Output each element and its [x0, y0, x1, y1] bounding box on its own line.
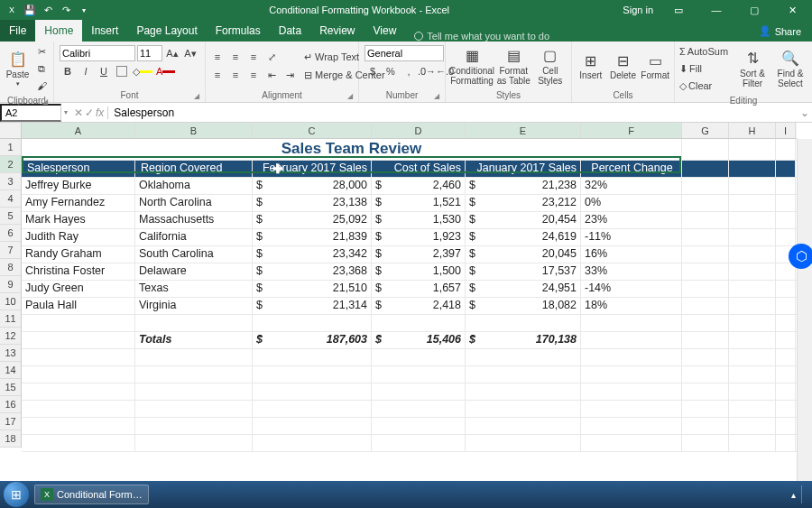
align-top-button[interactable]: ≡ [209, 49, 226, 65]
cell[interactable] [22, 418, 135, 434]
row-header[interactable]: 6 [0, 225, 21, 242]
cell[interactable] [682, 298, 729, 314]
cell[interactable]: $21,839 [253, 229, 372, 245]
font-size-select[interactable] [137, 45, 162, 61]
sort-filter-button[interactable]: ⇅Sort & Filter [734, 47, 770, 90]
cell[interactable] [135, 401, 253, 417]
column-header[interactable]: B [135, 123, 253, 138]
cell[interactable]: $170,138 [466, 332, 581, 348]
cell[interactable] [776, 139, 796, 160]
cell[interactable] [682, 263, 729, 280]
cell[interactable]: $20,045 [466, 246, 581, 263]
cell[interactable] [682, 212, 729, 228]
cell[interactable] [776, 349, 796, 365]
find-select-button[interactable]: 🔍Find & Select [772, 47, 808, 90]
expand-formula-bar-icon[interactable]: ⌄ [798, 106, 812, 119]
column-header[interactable]: D [372, 123, 466, 138]
cell[interactable] [466, 366, 581, 383]
row-header[interactable]: 5 [0, 208, 21, 225]
font-color-button[interactable]: A [155, 63, 176, 79]
cell[interactable] [22, 315, 135, 331]
minimize-button[interactable]: — [704, 5, 729, 15]
row-header[interactable]: 9 [0, 276, 21, 293]
cell[interactable]: Mark Hayes [22, 212, 135, 228]
cell[interactable]: Delaware [135, 263, 253, 280]
cell[interactable] [135, 349, 253, 365]
column-header[interactable]: G [682, 123, 729, 138]
align-right-button[interactable]: ≡ [245, 67, 262, 83]
cell[interactable]: Judith Ray [22, 229, 135, 245]
cell[interactable]: 18% [581, 298, 682, 314]
underline-button[interactable]: U [96, 63, 112, 79]
row-header[interactable]: 17 [0, 413, 21, 430]
cell[interactable] [729, 366, 776, 383]
start-button[interactable]: ⊞ [4, 482, 29, 507]
cell[interactable] [466, 349, 581, 365]
cell[interactable]: -11% [581, 229, 682, 245]
orientation-button[interactable]: ⤢ [263, 49, 280, 65]
tab-view[interactable]: View [364, 20, 406, 42]
tab-formulas[interactable]: Formulas [207, 20, 270, 42]
cell[interactable]: Amy Fernandez [22, 195, 135, 211]
copy-button[interactable]: ⧉ [33, 60, 50, 77]
cell[interactable] [776, 229, 796, 245]
accounting-format-button[interactable]: $ [364, 63, 381, 79]
cell[interactable]: $2,460 [372, 178, 466, 194]
cell[interactable] [372, 435, 466, 451]
cell[interactable] [22, 332, 135, 348]
cell[interactable] [776, 298, 796, 314]
cell[interactable] [22, 383, 135, 400]
cell[interactable] [729, 263, 776, 280]
cell[interactable]: Judy Green [22, 281, 135, 297]
cell[interactable] [682, 332, 729, 348]
cell[interactable] [776, 178, 796, 194]
row-header[interactable]: 4 [0, 190, 21, 208]
cell[interactable] [776, 383, 796, 400]
cell[interactable] [135, 418, 253, 434]
row-header[interactable]: 12 [0, 328, 21, 345]
cell[interactable] [682, 281, 729, 297]
tab-file[interactable]: File [0, 20, 35, 42]
row-header[interactable]: 2 [0, 156, 21, 173]
cell[interactable]: $187,603 [253, 332, 372, 348]
cell[interactable] [776, 435, 796, 451]
cell[interactable]: $2,418 [372, 298, 466, 314]
enter-formula-icon[interactable]: ✓ [85, 106, 94, 119]
align-center-button[interactable]: ≡ [227, 67, 244, 83]
cell[interactable]: $25,092 [253, 212, 372, 228]
cell[interactable] [729, 298, 776, 314]
redo-icon[interactable]: ↷ [60, 4, 72, 16]
cell[interactable] [729, 178, 776, 194]
column-header[interactable]: I [776, 123, 796, 138]
chevron-down-icon[interactable]: ▾ [61, 108, 70, 116]
cell[interactable] [729, 195, 776, 211]
cell[interactable] [372, 315, 466, 331]
cell[interactable] [682, 366, 729, 383]
cell[interactable] [372, 383, 466, 400]
share-button[interactable]: 👤 Share [748, 21, 812, 42]
cell[interactable]: $15,406 [372, 332, 466, 348]
dialog-launcher-icon[interactable]: ◢ [434, 92, 439, 100]
font-family-select[interactable] [60, 45, 135, 61]
cell[interactable] [682, 401, 729, 417]
cell[interactable] [253, 349, 372, 365]
number-format-select[interactable] [364, 45, 444, 61]
column-header[interactable]: C [253, 123, 372, 138]
tell-me-search[interactable]: Tell me what you want to do [414, 31, 549, 42]
cell[interactable] [682, 349, 729, 365]
border-button[interactable] [114, 63, 130, 79]
cell[interactable] [581, 435, 682, 451]
cell[interactable]: Virginia [135, 298, 253, 314]
column-header[interactable]: H [729, 123, 776, 138]
column-header[interactable]: A [22, 123, 135, 138]
cell[interactable] [682, 139, 729, 160]
cell[interactable] [776, 212, 796, 228]
format-as-table-button[interactable]: ▤Format as Table [496, 44, 531, 88]
cell[interactable]: Randy Graham [22, 246, 135, 263]
cell[interactable]: $23,368 [253, 263, 372, 280]
cell[interactable] [372, 418, 466, 434]
row-header[interactable]: 18 [0, 430, 21, 448]
cell[interactable]: Percent Change [581, 161, 682, 177]
cell[interactable] [581, 418, 682, 434]
cell[interactable]: $23,138 [253, 195, 372, 211]
